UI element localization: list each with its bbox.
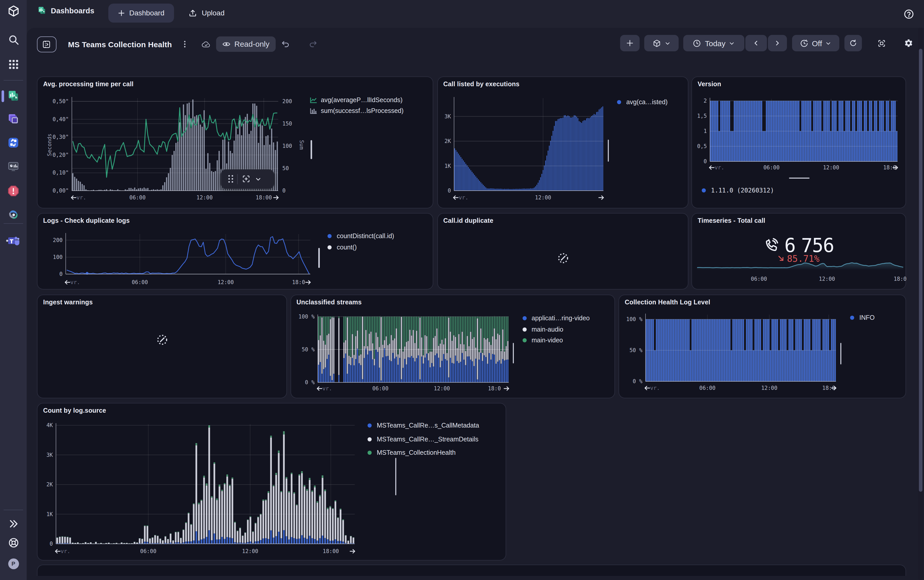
horizontal-gridlines [454,116,603,166]
page-scrollbar[interactable] [918,28,923,580]
legend-label: MSTeams_CallRe…_StreamDetails [377,435,478,443]
chevron-down-icon[interactable] [255,176,261,182]
redo-button[interactable] [308,40,318,50]
undo-icon [281,40,290,48]
legend-item[interactable]: INFO [848,314,875,321]
y-tick-label: 0,00" [53,187,69,193]
legend-item[interactable]: main-video [520,337,563,344]
axis-arrow-left-icon[interactable] [56,549,60,553]
next-time-button[interactable] [768,35,787,51]
legend-scrollbar-thumb[interactable] [512,343,514,363]
axis-arrow-left-icon[interactable] [317,387,321,390]
legend-item[interactable]: MSTeams_CollectionHealth [366,449,456,456]
legend-scrollbar-thumb[interactable] [608,139,609,161]
chart-series [454,106,603,190]
sidebar-item-monitor-app[interactable] [0,161,27,173]
panel-collection-health-log-level: Collection Health Log Level 0 %50 %100 %… [619,294,906,398]
y-axis-title: Sum [298,140,305,150]
y-tick-label: 3K [46,451,53,458]
y-tick-label: 100 [53,254,63,260]
axis-arrow-left-icon[interactable] [645,386,650,390]
sidebar-item-search[interactable] [0,33,27,46]
stack-series [56,427,354,544]
axis-arrow-left-icon[interactable] [453,196,458,199]
help-button[interactable] [903,9,914,21]
ms-teams-app-icon [7,234,20,247]
legend-item[interactable]: applicati…ring-video [520,315,590,321]
legend-item[interactable]: sum(successf…lsProcessed) [310,107,404,114]
dashboard-menu-button[interactable] [181,40,189,50]
auto-refresh-button[interactable]: Off [792,35,839,51]
x-tick-label: 18:00 [255,194,272,201]
readonly-badge[interactable]: Read-only [216,36,276,51]
sidebar-item-teams-app[interactable] [0,234,27,247]
saved-to-cloud-indicator [202,40,211,50]
x-tick-label: 06:00 [129,194,145,201]
readonly-label: Read-only [234,40,270,48]
settings-button[interactable] [899,35,918,51]
sidebar-item-alert-app[interactable] [0,185,27,197]
legend-scrollbar-thumb[interactable] [840,343,842,364]
axis-arrow-left-icon[interactable] [71,196,76,199]
zoom-selection-icon[interactable] [242,175,250,183]
undo-button[interactable] [281,40,290,50]
package-menu-button[interactable] [644,35,679,51]
y-tick-label: 0 [59,271,63,277]
axis-arrow-right-icon[interactable] [598,196,603,199]
y-tick-label: 0,10" [53,170,69,176]
legend-item[interactable]: MSTeams_CallRe…s_CallMetadata [366,422,479,429]
x-tick-label: vr. [322,385,332,391]
sidebar-item-shield-app[interactable] [0,208,27,221]
logscale-logo[interactable] [0,4,27,17]
sidebar-item-flow-app[interactable] [0,137,27,149]
legend-label: countDistinct(call.id) [337,232,394,239]
drag-handle-icon[interactable] [227,175,234,183]
sidebar-expand-button[interactable] [0,517,27,530]
y-tick-label: 0,5 [697,143,707,149]
x-tick-label: 06:00 [751,276,767,282]
legend-item[interactable]: 1.11.0 (20260312) [700,187,774,194]
scrollbar-thumb[interactable] [919,49,922,492]
y-tick-label: 0 [282,187,286,193]
upload-button[interactable]: Upload [183,3,230,22]
legend-item[interactable]: countDistinct(call.id) [326,232,394,239]
sidebar-item-apps[interactable] [0,58,27,71]
axis-arrow-right-icon[interactable] [504,387,509,390]
new-dashboard-button[interactable]: Dashboard [108,3,174,22]
fullscreen-button[interactable] [871,35,891,51]
legend-dot [367,423,372,428]
refresh-button[interactable] [845,35,862,51]
sidebar-item-purple-app[interactable] [0,113,27,125]
legend-dot [850,316,854,320]
legend-item[interactable]: avg(ca…isted) [615,98,668,105]
add-widget-button[interactable] [620,35,640,51]
legend-scrollbar-thumb[interactable] [318,248,320,268]
axis-arrow-right-icon[interactable] [306,280,310,284]
legend-item[interactable]: count() [326,244,357,251]
legend-label: avg(ca…isted) [626,98,668,105]
y-tick-label: 0,50" [53,98,69,104]
sidebar-item-dashboards-app[interactable] [0,90,27,102]
horizontal-gridlines [66,240,310,257]
legend-item[interactable]: MSTeams_CallRe…_StreamDetails [366,435,478,443]
dashboards-app-icon [7,90,20,102]
y-tick-label: 100 % [298,313,315,320]
sidebar-help-button[interactable] [0,536,27,549]
legend-item[interactable]: main-audio [520,326,563,333]
legend-scrollbar-thumb[interactable] [789,177,809,179]
legend-item[interactable]: avg(averageP…llIdSeconds) [310,96,402,104]
axis-arrow-left-icon[interactable] [65,280,70,284]
axis-arrow-right-icon[interactable] [350,549,355,553]
user-avatar[interactable]: P [8,558,19,569]
axis-arrow-left-icon[interactable] [710,166,714,169]
time-range-button[interactable]: Today [683,35,744,51]
dashboard-panel-button[interactable] [37,36,56,52]
legend-dot [702,188,706,193]
legend-scrollbar-thumb[interactable] [395,458,396,495]
previous-time-button[interactable] [745,35,767,51]
y-tick-label: 1K [46,511,53,517]
legend-scrollbar-thumb[interactable] [311,140,312,159]
axis-arrow-right-icon[interactable] [273,196,278,199]
lifebuoy-icon [7,537,19,549]
dashboard-title: MS Teams Collection Health [68,40,172,48]
